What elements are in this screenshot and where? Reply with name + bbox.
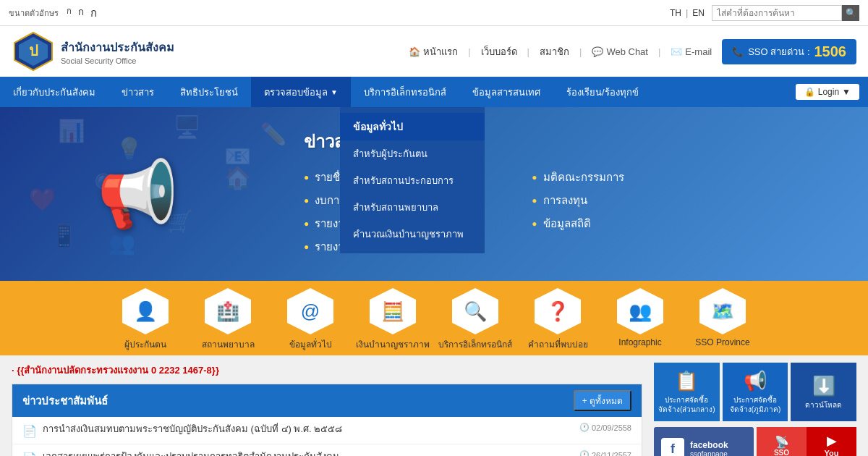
dropdown-employer[interactable]: สำหรับสถานประกอบการ	[340, 167, 485, 194]
logo-text: สำนักงานประกันสังคม Social Security Offi…	[61, 38, 174, 65]
dropdown-hospital[interactable]: สำหรับสถานพยาบาล	[340, 194, 485, 221]
search-button[interactable]: 🔍	[842, 5, 859, 21]
hex-pension-shape: 🧮	[370, 288, 416, 334]
nav-info[interactable]: ข้อมูลสารสนเทศ	[459, 77, 553, 107]
header: ป สำนักงานประกันสังคม Social Security Of…	[0, 26, 868, 77]
home-link[interactable]: 🏠 หน้าแรก	[409, 44, 458, 59]
main-nav: เกี่ยวกับประกันสังคม ข่าวสาร สิทธิประโยช…	[0, 77, 868, 107]
sso-phone[interactable]: 📞 SSO สายด่วน : 1506	[722, 39, 856, 64]
logo-thai: สำนักงานประกันสังคม	[61, 38, 174, 56]
youtube-icon: ▶	[827, 433, 837, 449]
news-text-2: เอกสารเผยแพร่การป้องกันและปราบปรามการทุจ…	[43, 450, 574, 456]
hex-faq-label: คำถามที่พบบ่อย	[528, 337, 588, 351]
right-card-procurement-central[interactable]: 📋 ประกาศจัดซื้อจัดจ้าง(ส่วนกลาง)	[654, 363, 720, 421]
news-date-1: 🕐 02/09/2558	[579, 423, 631, 432]
news-more-button[interactable]: + ดูทั้งหมด	[574, 390, 631, 411]
procurement-central-icon: 📋	[675, 370, 698, 392]
logo-area: ป สำนักงานประกันสังคม Social Security Of…	[12, 30, 174, 73]
marquee-bar: · {{สำนักงานปลัดกระทรวงแรงงาน 0 2232 146…	[12, 363, 642, 378]
hex-insured-label: ผู้ประกันตน	[124, 337, 166, 351]
email-icon: ✉️	[671, 46, 682, 57]
font-small-btn[interactable]: ก	[64, 4, 74, 22]
hero-list-right: มติคณะกรรมการ การลงทุน ข้อมูลสถิติ	[532, 169, 624, 261]
dropdown-insured[interactable]: สำหรับผู้ประกันตน	[340, 140, 485, 167]
procurement-central-label: ประกาศจัดซื้อจัดจ้าง(ส่วนกลาง)	[658, 395, 715, 414]
search-bar: 🔍	[712, 5, 859, 21]
hex-sso-province-label: SSO Province	[695, 337, 749, 347]
hex-sso-province[interactable]: 🗺️ SSO Province	[683, 288, 762, 351]
megaphone-icon: 📢	[97, 156, 178, 232]
language-bar: TH | EN	[670, 7, 705, 18]
hex-eservice-label: บริการอิเล็กทรอนิกส์	[438, 337, 512, 351]
news-item-2[interactable]: 📄 เอกสารเผยแพร่การป้องกันและปราบปรามการท…	[12, 444, 642, 456]
dropdown-pension[interactable]: คำนวณเงินบำนาญชราภาพ	[340, 221, 485, 248]
news-title: ข่าวประชาสัมพันธ์	[22, 392, 108, 410]
hex-infographic[interactable]: 👥 Infographic	[600, 288, 680, 351]
member-link[interactable]: สมาชิก	[540, 44, 569, 59]
hero-list-item: ข้อมูลสถิติ	[532, 215, 624, 232]
svg-text:ป: ป	[29, 43, 38, 59]
search-input[interactable]	[712, 5, 842, 21]
font-buttons: ก ก ก	[64, 4, 99, 22]
hex-faq-shape: ❓	[535, 288, 581, 334]
social-row: f facebook ssofanpage 📡 SSO CHANNEL ▶ Yo…	[654, 427, 856, 456]
facebook-card[interactable]: f facebook ssofanpage	[654, 427, 754, 456]
dropdown-general[interactable]: ข้อมูลทั่วไป	[340, 113, 485, 140]
nav-check[interactable]: ตรวจสอบข้อมูล ▼	[251, 77, 351, 107]
hero-list-item: การลงทุน	[532, 192, 624, 209]
hex-faq[interactable]: ❓ คำถามที่พบบ่อย	[518, 288, 597, 351]
download-label: ดาวน์โหลด	[805, 400, 842, 410]
header-nav-links: 🏠 หน้าแรก | เว็บบอร์ด | สมาชิก | 💬 Web C…	[409, 39, 856, 64]
lang-th-link[interactable]: TH	[670, 8, 681, 18]
sso-channel-card[interactable]: 📡 SSO CHANNEL	[757, 427, 807, 456]
right-cards-grid: 📋 ประกาศจัดซื้อจัดจ้าง(ส่วนกลาง) 📢 ประกา…	[654, 363, 856, 421]
nav-benefits[interactable]: สิทธิประโยชน์	[167, 77, 251, 107]
hex-info-shape: @	[287, 288, 333, 334]
hero-left: 📢	[0, 156, 275, 232]
news-date-2: 🕐 26/11/2557	[579, 450, 631, 456]
news-item-1[interactable]: 📄 การนำส่งเงินสมทบตามพระราชบัญญัติประกัน…	[12, 417, 642, 444]
font-mid-btn[interactable]: ก	[76, 4, 86, 22]
hex-hospital[interactable]: 🏥 สถานพยาบาล	[188, 288, 268, 351]
nav-complaint[interactable]: ร้องเรียน/ร้องทุกข์	[553, 77, 652, 107]
hex-pension[interactable]: 🧮 เงินบำนาญชราภาพ	[353, 288, 433, 351]
home-icon: 🏠	[409, 46, 420, 57]
news-section: ข่าวประชาสัมพันธ์ + ดูทั้งหมด 📄 การนำส่ง…	[12, 384, 642, 456]
hex-insured-shape: 👤	[122, 288, 169, 334]
hex-sso-province-shape: 🗺️	[699, 288, 746, 334]
youtube-card[interactable]: ▶ You Tube	[807, 427, 856, 456]
lang-en-link[interactable]: EN	[692, 8, 705, 18]
hex-hospital-shape: 🏥	[205, 288, 251, 334]
phone-icon: 📞	[732, 46, 744, 57]
news-icon-1: 📄	[22, 424, 37, 438]
content-right: 📋 ประกาศจัดซื้อจัดจ้าง(ส่วนกลาง) 📢 ประกา…	[654, 363, 856, 456]
facebook-icon: f	[661, 438, 684, 457]
news-header: ข่าวประชาสัมพันธ์ + ดูทั้งหมด	[12, 384, 642, 417]
sso-channel-icon: 📡	[775, 435, 789, 449]
icon-bar: 👤 ผู้ประกันตน 🏥 สถานพยาบาล @ ข้อมูลทั่วไ…	[0, 281, 868, 355]
hex-eservice[interactable]: 🔍 บริการอิเล็กทรอนิกส์	[435, 288, 515, 351]
right-card-procurement-regional[interactable]: 📢 ประกาศจัดซื้อจัดจ้าง(ภูมิภาค)	[723, 363, 788, 421]
hex-eservice-shape: 🔍	[452, 288, 498, 334]
facebook-label: facebook ssofanpage	[690, 440, 728, 456]
procurement-regional-icon: 📢	[744, 370, 767, 392]
login-button[interactable]: 🔒 Login ▼	[796, 84, 859, 100]
hex-infographic-shape: 👥	[617, 288, 663, 334]
hex-insured[interactable]: 👤 ผู้ประกันตน	[106, 288, 185, 351]
webchat-link[interactable]: 💬 Web Chat	[592, 46, 648, 57]
font-size-label: ขนาดตัวอักษร	[9, 7, 59, 20]
hex-infographic-label: Infographic	[618, 337, 661, 347]
nav-about[interactable]: เกี่ยวกับประกันสังคม	[0, 77, 109, 107]
hex-hospital-label: สถานพยาบาล	[202, 337, 255, 351]
right-card-download[interactable]: ⬇️ ดาวน์โหลด	[791, 363, 856, 421]
board-link[interactable]: เว็บบอร์ด	[481, 44, 517, 59]
hex-pension-label: เงินบำนาญชราภาพ	[356, 337, 430, 351]
dropdown-menu: ข้อมูลทั่วไป สำหรับผู้ประกันตน สำหรับสถา…	[340, 107, 485, 253]
hex-info[interactable]: @ ข้อมูลทั่วไป	[271, 288, 350, 351]
font-large-btn[interactable]: ก	[88, 4, 99, 22]
email-link[interactable]: ✉️ E-mail	[671, 46, 712, 57]
chat-icon: 💬	[592, 46, 603, 57]
nav-news[interactable]: ข่าวสาร	[109, 77, 167, 107]
nav-eservice[interactable]: บริการอิเล็กทรอนิกส์	[351, 77, 459, 107]
hero-list-item: มติคณะกรรมการ	[532, 169, 624, 186]
